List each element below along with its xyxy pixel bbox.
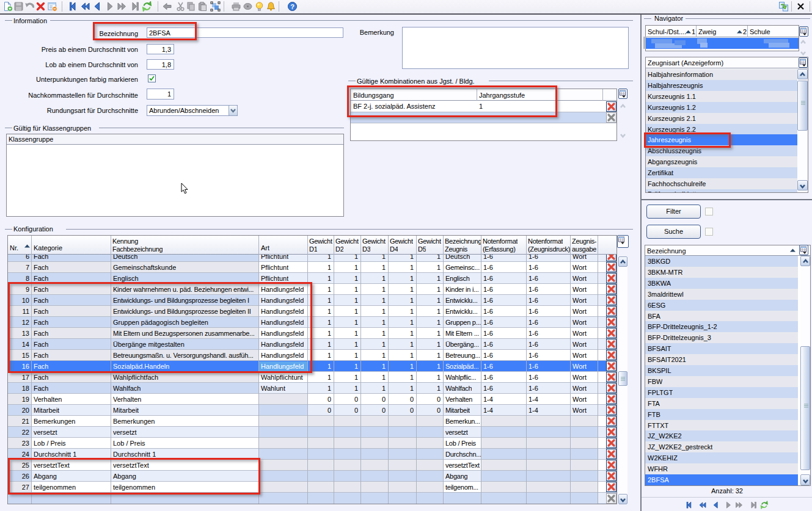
svg-text:?: ? xyxy=(290,3,294,10)
